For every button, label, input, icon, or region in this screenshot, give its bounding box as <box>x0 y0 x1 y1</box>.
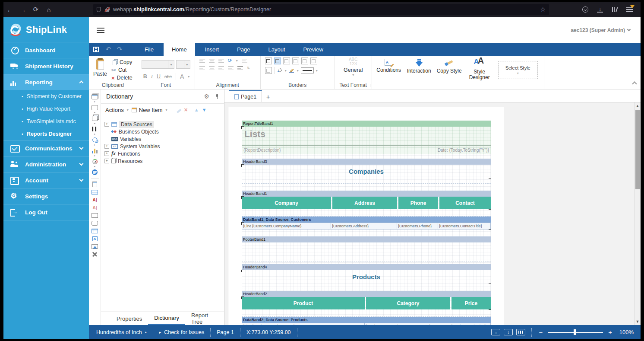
tool-page[interactable] <box>91 181 99 188</box>
scrollbar-thumb[interactable] <box>635 110 640 189</box>
units-dropdown[interactable]: Hundredths of Inch ▴ <box>90 328 153 337</box>
report-title-text[interactable]: Lists <box>242 127 491 145</box>
top-border-button[interactable] <box>274 57 281 64</box>
header-cell-price[interactable]: Price <box>451 297 491 309</box>
no-border-button[interactable] <box>265 67 272 74</box>
band-label-header3[interactable]: HeaderBand3 <box>242 159 491 165</box>
header-cell-contact[interactable]: Contact <box>439 197 491 209</box>
report-page-sheet[interactable]: ReportTitleBand1 Lists {ReportDescriptio… <box>228 107 504 325</box>
copy-style-button[interactable]: Copy Style <box>435 57 464 82</box>
cell-company-name[interactable]: {Customers.CompanyName} <box>251 223 331 229</box>
zoom-out-button[interactable]: − <box>539 328 543 336</box>
reload-icon[interactable]: ⟳ <box>29 3 42 16</box>
tool-services[interactable] <box>91 251 99 258</box>
interaction-button[interactable]: Interaction <box>405 57 433 82</box>
report-date-text[interactable]: Date: {Today.ToString("Y")} <box>438 148 489 153</box>
delete-item-icon[interactable]: × <box>184 106 188 113</box>
header-cell-company[interactable]: Company <box>242 197 331 209</box>
insecure-lock-icon[interactable] <box>104 7 110 12</box>
tool-shapes[interactable] <box>91 136 99 143</box>
footer-band-area[interactable] <box>242 242 491 261</box>
report-title-band[interactable]: Lists {ReportDescription} Date: {Today.T… <box>242 127 491 154</box>
downloads-icon[interactable]: ↓ <box>597 6 603 13</box>
tab-properties[interactable]: Properties <box>110 312 148 325</box>
dropdown-arrow-icon[interactable]: ▾ <box>352 73 354 77</box>
canvas-viewport[interactable]: ReportTitleBand1 Lists {ReportDescriptio… <box>224 102 641 325</box>
cell-address[interactable]: {Customers.Address} <box>331 223 397 229</box>
page-tab[interactable]: Page1 <box>229 90 262 102</box>
dropdown-arrow-icon[interactable]: ▾ <box>297 69 299 73</box>
line-style-select[interactable] <box>301 67 314 73</box>
forward-icon[interactable]: → <box>16 3 29 16</box>
save-button[interactable] <box>89 43 103 56</box>
expand-icon[interactable]: + <box>104 122 109 127</box>
line-spacing-button[interactable]: ⇅ <box>247 66 250 70</box>
sidebar-subitem-shipment-by-customer[interactable]: •Shipment by Customer <box>3 90 89 102</box>
strikethrough-button[interactable]: abc <box>164 74 172 79</box>
band-label-header1[interactable]: HeaderBand1 <box>242 191 491 197</box>
cut-button[interactable]: ✂Cut <box>111 66 133 74</box>
move-up-icon[interactable]: ▲ <box>194 107 199 112</box>
sidebar-item-settings[interactable]: ⚙ Settings <box>3 188 89 204</box>
style-designer-button[interactable]: AA Style Designer <box>465 57 494 82</box>
panel-settings-icon[interactable]: ⚙ <box>204 93 209 100</box>
band-area[interactable] <box>242 209 491 217</box>
zoom-slider-thumb[interactable] <box>574 329 576 335</box>
hamburger-menu-icon[interactable] <box>97 28 104 33</box>
tool-bands[interactable] <box>91 93 99 100</box>
tool-checkbox[interactable]: A <box>91 235 99 242</box>
band-area[interactable] <box>242 284 491 289</box>
align-middle-button[interactable] <box>209 59 215 63</box>
border-color-icon[interactable] <box>289 68 295 73</box>
sidebar-subitem-twosimplelists[interactable]: •TwoSimpleLists.mdc <box>3 115 89 127</box>
sidebar-item-dashboard[interactable]: Dashboard <box>3 42 89 58</box>
delete-button[interactable]: ×Delete <box>111 74 133 82</box>
tab-home[interactable]: Home <box>164 43 195 56</box>
tool-components[interactable] <box>91 115 99 122</box>
customers-header-row[interactable]: Company Address Phone Contact <box>242 197 491 209</box>
page-indicator[interactable]: Page 1 <box>211 328 240 337</box>
tool-gauge[interactable] <box>91 158 99 165</box>
expand-icon[interactable]: + <box>104 159 109 163</box>
tool-map[interactable] <box>91 169 99 176</box>
all-borders-button[interactable] <box>265 57 272 64</box>
band-label-footer1[interactable]: FooterBand1 <box>242 236 491 242</box>
bold-button[interactable]: B <box>143 73 147 80</box>
scroll-up-icon[interactable]: ▲ <box>636 102 640 109</box>
cell-line[interactable]: {Line} <box>242 223 251 229</box>
user-menu[interactable]: aec123 (Super Admin) <box>571 27 630 33</box>
band-label-report-title[interactable]: ReportTitleBand1 <box>242 121 491 127</box>
bottom-border-button[interactable] <box>301 57 308 64</box>
band-label-data1[interactable]: DataBand1; Data Source: Customers <box>242 217 491 223</box>
sidebar-item-account[interactable]: Account <box>3 172 89 188</box>
browser-menu-icon[interactable] <box>626 7 633 12</box>
tool-rounded-panel[interactable] <box>91 220 99 227</box>
sidebar-item-reporting[interactable]: Reporting <box>3 74 89 90</box>
text-format-value[interactable]: General <box>344 67 363 73</box>
brand-logo[interactable]: ShipLink <box>3 17 89 42</box>
dropdown-arrow-icon[interactable]: ▾ <box>285 69 287 73</box>
customers-data-row[interactable]: {Line} {Customers.CompanyName} {Customer… <box>242 223 491 229</box>
tool-cross-bands[interactable] <box>91 104 99 111</box>
tab-file[interactable]: File <box>136 43 162 56</box>
font-color-button[interactable]: A <box>180 73 184 80</box>
band-area[interactable] <box>242 309 491 317</box>
align-justify-button[interactable] <box>228 66 234 70</box>
cell-product-name[interactable]: {Products.ProductName} <box>251 323 365 325</box>
cell-unit-price[interactable]: {Products.UnitPrice} <box>450 323 491 325</box>
underline-button[interactable]: U <box>157 73 161 80</box>
tool-text[interactable]: A| <box>91 196 99 204</box>
zoom-slider[interactable] <box>548 332 603 333</box>
url-bar[interactable]: webapp.shiplinkcentral.com/Reporting/Cus… <box>93 4 549 15</box>
band-label-header4[interactable]: HeaderBand4 <box>242 264 491 270</box>
home-icon[interactable]: ⌂ <box>42 3 55 16</box>
tree-item-data-sources[interactable]: + Data Sources <box>104 121 221 128</box>
sidebar-subitem-reports-designer[interactable]: •Reports Designer <box>3 127 89 140</box>
dropdown-arrow-icon[interactable]: ▾ <box>166 108 167 112</box>
actions-menu[interactable]: Actions <box>105 107 124 113</box>
text-rotate-button[interactable]: ⟳ <box>228 58 232 63</box>
fit-page-height-button[interactable]: ↕ <box>504 329 513 335</box>
conditions-button[interactable]: A Conditions <box>375 57 403 82</box>
dropdown-arrow-icon[interactable]: ▾ <box>127 108 129 112</box>
cell-phone[interactable]: {Customers.Phone} <box>397 223 438 229</box>
